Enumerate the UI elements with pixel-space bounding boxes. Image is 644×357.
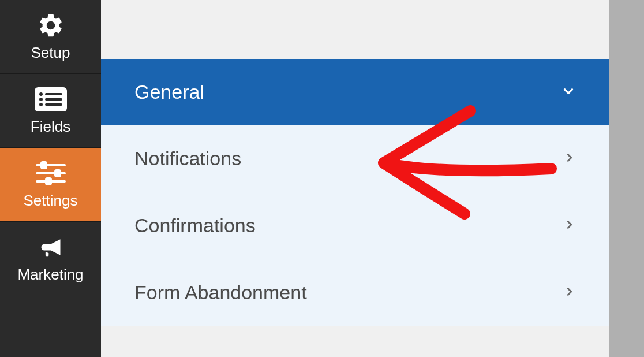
sidebar-item-label: Settings: [24, 192, 78, 210]
settings-panel-scroll[interactable]: General Notifications Confirmations Form…: [101, 59, 609, 357]
sidebar-item-settings[interactable]: Settings: [0, 148, 101, 222]
sidebar-item-fields[interactable]: Fields: [0, 74, 101, 148]
sidebar-item-label: Marketing: [17, 266, 83, 284]
panel-row-notifications[interactable]: Notifications: [101, 125, 609, 192]
panel-row-label: Notifications: [134, 147, 241, 170]
chevron-down-icon: [561, 84, 576, 101]
sidebar: Setup Fields: [0, 0, 101, 357]
chevron-right-icon: [563, 285, 576, 300]
svg-point-3: [39, 98, 43, 101]
svg-rect-6: [45, 103, 62, 106]
megaphone-icon: [33, 235, 68, 260]
list-icon: [33, 87, 68, 112]
sidebar-item-setup[interactable]: Setup: [0, 0, 101, 74]
panel-row-confirmations[interactable]: Confirmations: [101, 192, 609, 259]
top-spacer: [101, 0, 609, 59]
chevron-right-icon: [563, 218, 576, 233]
settings-panel: General Notifications Confirmations Form…: [101, 59, 609, 326]
svg-point-5: [39, 103, 43, 106]
sidebar-item-label: Setup: [31, 44, 70, 62]
panel-header-general[interactable]: General: [101, 59, 609, 125]
svg-rect-10: [55, 170, 60, 176]
panel-header-title: General: [134, 81, 204, 103]
gear-icon: [33, 13, 68, 38]
right-strip: [609, 0, 644, 357]
main-area: General Notifications Confirmations Form…: [101, 0, 609, 357]
svg-rect-12: [46, 178, 51, 184]
svg-rect-8: [42, 162, 46, 168]
sidebar-item-marketing[interactable]: Marketing: [0, 222, 101, 295]
svg-rect-4: [45, 98, 62, 101]
panel-row-label: Confirmations: [134, 214, 256, 237]
panel-row-form-abandonment[interactable]: Form Abandonment: [101, 259, 609, 326]
sliders-icon: [33, 161, 68, 186]
svg-rect-2: [45, 93, 62, 95]
svg-point-1: [39, 92, 43, 96]
chevron-right-icon: [563, 151, 576, 166]
panel-row-label: Form Abandonment: [134, 281, 307, 304]
sidebar-item-label: Fields: [31, 118, 70, 136]
